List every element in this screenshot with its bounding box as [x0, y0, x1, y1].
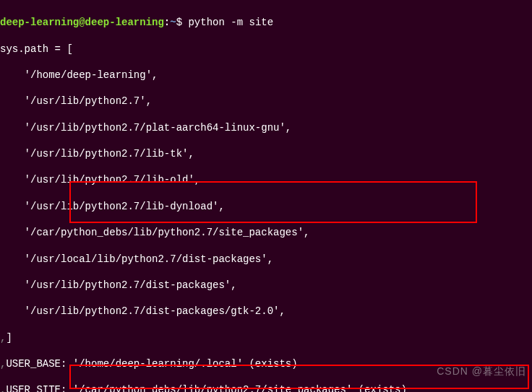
output-line: '/usr/lib/python2.7', — [0, 95, 532, 108]
output-line: '/usr/local/lib/python2.7/dist-packages'… — [0, 253, 532, 266]
output-line: '/home/deep-learning', — [0, 69, 532, 82]
output-line: '/usr/lib/python2.7/lib-tk', — [0, 147, 532, 160]
output-line: '/usr/lib/python2.7/lib-old', — [0, 173, 532, 186]
output-line: ] — [6, 332, 12, 344]
prompt-user: deep-learning@deep-learning — [0, 17, 164, 28]
terminal[interactable]: deep-learning@deep-learning:~$ python -m… — [0, 0, 532, 392]
output-line: '/usr/lib/python2.7/dist-packages', — [0, 279, 532, 292]
command-1: python -m site — [182, 17, 273, 28]
prompt-line-1: deep-learning@deep-learning:~$ python -m… — [0, 16, 532, 29]
user-base-1: USER_BASE: '/home/deep-learning/.local' … — [6, 358, 297, 370]
output-line: '/usr/lib/python2.7/dist-packages/gtk-2.… — [0, 305, 532, 318]
watermark: CSDN @暮尘依旧 — [437, 365, 526, 378]
prompt-path: ~ — [170, 17, 176, 28]
output-line: '/usr/lib/python2.7/plat-aarch64-linux-g… — [0, 121, 532, 134]
prompt-dollar: $ — [176, 17, 182, 28]
output-line: sys.path = [ — [0, 43, 532, 56]
output-line: '/car/python_debs/lib/python2.7/site_pac… — [0, 226, 532, 239]
output-line: '/usr/lib/python2.7/lib-dynload', — [0, 200, 532, 213]
prompt-sep: : — [164, 17, 170, 28]
user-site-1: USER_SITE: '/car/python_debs/lib/python2… — [6, 384, 407, 392]
